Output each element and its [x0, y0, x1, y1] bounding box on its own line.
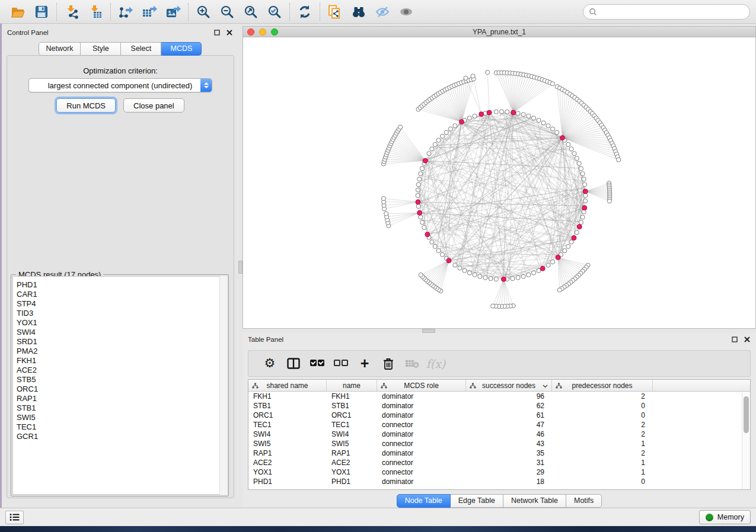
application-window: Control Panel NetworkStyleSelectMCDS Opt… — [0, 0, 756, 532]
import-network-button[interactable] — [60, 2, 84, 22]
table-scrollbar[interactable] — [742, 392, 750, 489]
export-image-button[interactable] — [161, 2, 185, 22]
zoom-in-button[interactable] — [192, 2, 215, 22]
task-history-button[interactable] — [5, 511, 24, 524]
network-canvas[interactable] — [243, 38, 755, 328]
scrollbar-thumb[interactable] — [744, 396, 749, 433]
mcds-list-scrollbar[interactable] — [219, 276, 227, 495]
close-panel-icon[interactable] — [744, 336, 751, 343]
import-table-icon — [88, 4, 103, 20]
mcds-result-item[interactable]: TID3 — [17, 309, 227, 318]
tab-style[interactable]: Style — [81, 42, 121, 56]
memory-button[interactable]: Memory — [699, 510, 751, 524]
mcds-result-item[interactable]: YOX1 — [17, 318, 227, 328]
delete-table-button[interactable] — [400, 353, 424, 374]
float-panel-icon[interactable] — [213, 29, 221, 36]
tab-edge-table[interactable]: Edge Table — [451, 494, 503, 508]
mcds-result-item[interactable]: CAR1 — [17, 290, 227, 299]
run-mcds-button[interactable]: Run MCDS — [56, 98, 116, 113]
table-row[interactable]: ACE2ACE2connector311 — [248, 458, 742, 467]
right-region: YPA_prune.txt_1 Table Panel — [243, 26, 756, 507]
column-header-shared-name[interactable]: shared name — [248, 380, 327, 391]
column-header-successor-nodes[interactable]: successor nodes — [466, 380, 552, 391]
tab-select[interactable]: Select — [121, 42, 161, 56]
tab-network-table[interactable]: Network Table — [503, 494, 566, 508]
hide-selected-button[interactable] — [371, 2, 394, 22]
table-panel-header: Table Panel — [243, 333, 756, 346]
column-header-predecessor-nodes[interactable]: predecessor nodes — [552, 380, 653, 391]
function-builder-button[interactable]: f(x) — [424, 353, 448, 374]
deselect-all-button[interactable] — [329, 353, 353, 374]
table-row[interactable]: FKH1FKH1dominator962 — [248, 392, 742, 401]
save-icon — [34, 4, 49, 20]
table-row[interactable]: SWI4SWI4dominator462 — [248, 430, 742, 439]
toolbar-separator — [289, 3, 290, 21]
mcds-result-item[interactable]: GCR1 — [17, 432, 227, 441]
zoom-in-icon — [196, 4, 211, 20]
mcds-result-item[interactable]: TEC1 — [17, 422, 227, 432]
mcds-result-list[interactable]: PHD1CAR1STP4TID3YOX1SWI4SRD1PMA2FKH1ACE2… — [12, 276, 227, 495]
show-all-button[interactable] — [394, 2, 418, 22]
mcds-result-item[interactable]: STB5 — [17, 375, 227, 384]
add-column-button[interactable]: + — [353, 353, 377, 374]
mcds-result-item[interactable]: STP4 — [17, 299, 227, 309]
save-session-button[interactable] — [30, 2, 53, 22]
import-table-button[interactable] — [84, 2, 107, 22]
gear-icon: ⚙ — [264, 357, 276, 370]
mcds-result-item[interactable]: ACE2 — [17, 366, 227, 375]
tab-mcds[interactable]: MCDS — [161, 42, 202, 56]
export-table-button[interactable] — [138, 2, 161, 22]
float-panel-icon[interactable] — [731, 336, 738, 343]
table-row[interactable]: PHD1PHD1dominator180 — [248, 477, 742, 486]
export-network-button[interactable] — [114, 2, 138, 22]
tab-node-table[interactable]: Node Table — [397, 494, 451, 508]
refresh-icon — [297, 4, 312, 20]
mcds-result-item[interactable]: PMA2 — [17, 347, 227, 356]
first-neighbors-button[interactable] — [347, 2, 371, 22]
table-row[interactable]: SWI5SWI5connector431 — [248, 439, 742, 448]
column-header-MCDS-role[interactable]: MCDS role — [377, 380, 466, 391]
zoom-out-button[interactable] — [215, 2, 239, 22]
vertical-splitter[interactable] — [238, 24, 243, 508]
table-row[interactable]: ORC1ORC1dominator610 — [248, 411, 742, 420]
list-icon — [9, 513, 20, 521]
open-file-button[interactable] — [6, 2, 30, 22]
delete-column-button[interactable] — [377, 353, 400, 374]
mcds-result-item[interactable]: SWI4 — [17, 328, 227, 337]
table-settings-button[interactable]: ⚙ — [258, 353, 282, 374]
tab-network[interactable]: Network — [39, 42, 81, 56]
mcds-result-item[interactable]: FKH1 — [17, 356, 227, 366]
table-row[interactable]: YOX1YOX1connector291 — [248, 467, 742, 477]
splitter-grip[interactable] — [238, 261, 243, 274]
table-row[interactable]: TEC1TEC1connector472 — [248, 420, 742, 430]
splitter-grip[interactable] — [422, 329, 435, 333]
zoom-fit-button[interactable] — [239, 2, 263, 22]
duplicate-network-button[interactable] — [323, 2, 347, 22]
mcds-result-item[interactable]: PHD1 — [17, 280, 227, 290]
close-panel-icon[interactable] — [226, 29, 233, 36]
table-panel-title: Table Panel — [248, 336, 283, 343]
refresh-view-button[interactable] — [293, 2, 317, 22]
table-cell: ACE2 — [327, 459, 377, 467]
criterion-dropdown[interactable]: largest connected component (undirected) — [28, 78, 212, 92]
network-search-box[interactable] — [583, 4, 750, 20]
close-panel-button[interactable]: Close panel — [123, 98, 184, 113]
table-row[interactable]: RAP1RAP1dominator352 — [248, 448, 742, 458]
mcds-result-item[interactable]: SWI5 — [17, 413, 227, 422]
search-input[interactable] — [597, 8, 744, 16]
tab-motifs[interactable]: Motifs — [566, 494, 602, 508]
table-cell: SWI5 — [327, 440, 377, 448]
mcds-result-item[interactable]: SRD1 — [17, 337, 227, 347]
table-body: FKH1FKH1dominator962STB1STB1dominator620… — [248, 392, 742, 489]
table-cell: 47 — [466, 421, 552, 429]
mcds-result-item[interactable]: RAP1 — [17, 394, 227, 403]
table-row[interactable]: STB1STB1dominator620 — [248, 401, 742, 411]
mcds-result-item[interactable]: STB1 — [17, 403, 227, 413]
zoom-selected-button[interactable] — [263, 2, 286, 22]
select-all-button[interactable] — [305, 353, 329, 374]
horizontal-splitter[interactable] — [243, 329, 756, 333]
column-header-name[interactable]: name — [327, 380, 377, 391]
split-panel-button[interactable] — [282, 353, 305, 374]
table-cell: connector — [377, 459, 466, 467]
mcds-result-item[interactable]: ORC1 — [17, 384, 227, 394]
